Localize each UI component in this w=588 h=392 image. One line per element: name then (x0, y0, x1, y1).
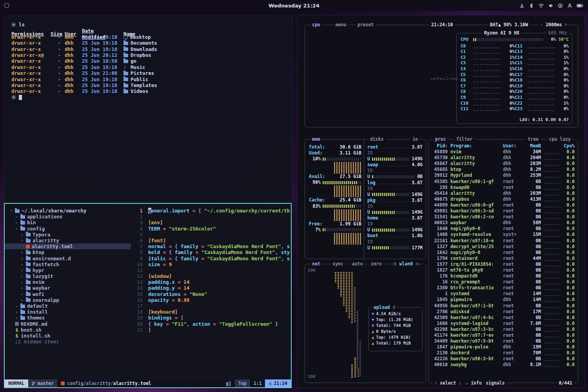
process-row[interactable]: 176kcompactd0root0B⣀⣀⣀⣀⣀⣀0.0 (432, 273, 575, 279)
process-row[interactable]: 2786udisksdroot17M⣀⣀⣀⣀⣀⣀0.0 (432, 309, 575, 315)
core-cell: C11⣀⣀⣀⣀⣀⣀⣀⣀⣀0% (461, 106, 515, 112)
tree-item-bin[interactable]: ▸bin (5, 220, 131, 225)
process-name: kworker/u97:5-bt (450, 338, 500, 344)
process-user: dhh (503, 220, 521, 226)
process-row[interactable]: 44889kworker/u96:0-gfroot0B⣀⣀⣀⣀⣀⣀0.0 (432, 202, 575, 208)
process-row[interactable]: 45667alacrittydhh203M⣀⣀⣀⣀⣀⣀0.0 (432, 161, 575, 167)
process-row[interactable]: 44956kworker/u97:1-btroot0B⣀⣀⣀⣀⣀⣀0.0 (432, 303, 575, 309)
proc-col-pid[interactable]: Pid: (432, 143, 448, 149)
process-row[interactable]: 1640napi/phy0-0root0B⣀⣀⣀⣀⣀⣀0.0 (432, 226, 575, 232)
core-percent: 1% (505, 60, 515, 66)
wifi-icon[interactable] (538, 3, 544, 8)
process-row[interactable]: 34409kworker/u97:5-btroot0B⣀⣀⣀⣀⣀⣀0.0 (432, 338, 575, 344)
process-row[interactable]: 1486systemd-resolvesyst+15M⣀⣀⣀⣀⣀⣀0.0 (432, 232, 575, 238)
process-row[interactable]: 2130dockerdroot70M⣀⣀⣀⣀⣀⣀0.0 (432, 350, 575, 356)
process-cpu: 0.0 (563, 344, 575, 350)
net-auto-option[interactable]: auto (350, 261, 365, 267)
process-row[interactable]: 1847pipewire-pulsedhh19M⣀⣀⣀⣀⣀⣀0.0 (432, 344, 575, 350)
proc-col-mem[interactable]: MemB (524, 143, 541, 149)
process-row[interactable]: 43091kworker/u96:3-sdroot0B⣀⣀⣀⣀⣀⣀0.0 (432, 208, 575, 214)
tree-item-xournalpp[interactable]: ▸xournalpp (5, 297, 131, 303)
shell-prompt-empty[interactable] (11, 95, 292, 100)
process-row[interactable]: 40013waybardhh58M⣀⣀⣀⣀⣀⣀0.0 (432, 220, 575, 226)
tree-item-install-sh[interactable]: $install.sh (5, 333, 131, 339)
process-row[interactable]: 45665btopdhh8.2M⣀⣀⣀⣀⣀⣀0.0 (432, 167, 575, 172)
proc-col-cpu[interactable]: Cpu% (563, 143, 575, 149)
net-zero-option[interactable]: zero (369, 261, 383, 267)
process-row[interactable]: 195kswapd0root0B⣀⣀⣀⣀⣀⣀0.0 (432, 185, 575, 191)
volume-icon[interactable] (548, 3, 554, 8)
tree-item--local-share-omarchy[interactable]: ▾~/.local/share/omarchy (5, 208, 131, 214)
proc-select[interactable]: select (440, 380, 456, 386)
tree-item-btop[interactable]: ▸btop (5, 249, 131, 255)
iface-prev[interactable]: ←b (391, 261, 397, 267)
iface-next[interactable]: n→ (416, 261, 421, 267)
proc-tree-toggle[interactable]: tree (526, 136, 540, 142)
process-row[interactable]: 40010swaybgdhh8.1M⣀⣀⣀⣀⣀⣀0.0 (432, 362, 575, 368)
process-row[interactable]: 1827mt76-tx phy0root0B⣀⣀⣀⣀⣀⣀0.0 (432, 267, 575, 273)
process-row[interactable]: 1380btrfs-transactioroot0B⣀⣀⣀⣀⣀⣀0.0 (432, 285, 575, 291)
proc-sort[interactable]: cpu lazy (548, 136, 572, 142)
tree-item-waybar[interactable]: ▸waybar (5, 285, 131, 291)
btop-window[interactable]: cpu menu preset 21:24:10 BAT▲ 98% 3.10W … (297, 15, 585, 388)
core-cell: C4⣀⣀⣀⣀⣀⣀⣀⣀⣀1% (461, 66, 515, 72)
process-row[interactable]: 16rcu_preemptroot0B⣀⣀⣀⣀⣀⣀0.0 (432, 279, 575, 285)
tree-item-boot-sh[interactable]: $boot.sh (5, 327, 131, 333)
tree-item-typora[interactable]: ▸Typora (5, 232, 131, 238)
tree-item-config[interactable]: ▾config (5, 226, 131, 232)
tree-item-install[interactable]: ▸install (5, 309, 131, 315)
code-token: key (154, 321, 163, 327)
process-row[interactable]: 41174kworker/u97:7-evroot0B⣀⣀⣀⣀⣀⣀0.0 (432, 332, 575, 338)
terminal-window[interactable]: ls PermissionsSizeUserDate ModifiedName … (4, 16, 292, 202)
tree-item-lazygit[interactable]: ▸lazygit (5, 273, 131, 279)
tree-item-alacritty[interactable]: ▾alacritty (5, 238, 131, 243)
process-row[interactable]: 45889nvimdhh36M⣀⣀⣀⣀⣀⣀0.0 (432, 149, 575, 155)
process-row[interactable]: 42309kworker/u97:4-kcroot0B⣀⣀⣀⣀⣀⣀0.0 (432, 315, 575, 321)
tree-item-nvim[interactable]: ▸nvim (5, 279, 131, 285)
process-row[interactable]: 42226kworker/u98:3-btroot0B⣀⣀⣀⣀⣀⣀0.0 (432, 356, 575, 362)
tree-item-hypr[interactable]: ▸hypr (5, 267, 131, 273)
process-row[interactable]: 1845pipewiredhh14M⣀⣀⣀⣀⣀⣀0.0 (432, 297, 575, 303)
proc-filter[interactable]: filter (455, 136, 474, 142)
interval-plus[interactable]: + (564, 22, 567, 27)
process-row[interactable]: 1577irq/81-PIXA3854:root0B⣀⣀⣀⣀⣀⣀0.0 (432, 261, 575, 267)
process-row[interactable]: 1systemdroot14M⣀⣀⣀⣀⣀⣀0.0 (432, 291, 575, 297)
menu-button[interactable]: menu (334, 22, 348, 27)
process-row[interactable]: 40075dropboxdhh413M⣀⣀⣀⣀⣀⣀0.0 (432, 196, 575, 202)
process-row[interactable]: 39912Hyprlanddhh253M⣀⣀⣀⣀⣀⣀0.0 (432, 172, 575, 178)
preset-button[interactable]: preset (356, 22, 376, 27)
proc-signals[interactable]: signals (486, 380, 505, 386)
process-row[interactable]: 22161kworker/u97:10-eroot0B⣀⣀⣀⣀⣀⣀0.0 (432, 238, 575, 244)
record-icon[interactable] (558, 3, 563, 8)
interval-minus[interactable]: - (540, 22, 543, 27)
code-editor[interactable]: 1general.import = [ "~/.config/omarchy/c… (131, 204, 291, 379)
proc-info[interactable]: info (471, 380, 482, 386)
tree-item-environment-d[interactable]: ▸environment.d (5, 256, 131, 261)
launcher-icon[interactable] (4, 3, 9, 8)
tree-item-fastfetch[interactable]: ▸fastfetch (5, 261, 131, 267)
proc-col-program[interactable]: Program: (450, 143, 500, 149)
tree-item-themes[interactable]: ▸themes (5, 315, 131, 321)
tree-item-wofi[interactable]: ▸wofi (5, 291, 131, 297)
proc-col-user[interactable]: User: (503, 143, 521, 149)
battery-icon[interactable] (577, 4, 583, 8)
process-row[interactable]: 45305kworker/u96:1-gfroot0B⣀⣀⣀⣀⣀⣀0.0 (432, 179, 575, 185)
process-row[interactable]: 1686systemd-logindroot7.6M⣀⣀⣀⣀⣀⣀0.0 (432, 321, 575, 327)
process-row[interactable]: 42208kworker/u97:3-kcroot0B⣀⣀⣀⣀⣀⣀0.0 (432, 327, 575, 332)
user-icon[interactable] (567, 3, 572, 8)
code-token: family (181, 256, 198, 261)
process-row[interactable]: 45730alacrittydhh204M⣀⣀⣀⣀⣀⣀0.0 (432, 155, 575, 161)
tree-item-readme-md[interactable]: README.md (5, 321, 131, 327)
tree-item-default[interactable]: ▸default (5, 303, 131, 309)
editor-window[interactable]: ▾~/.local/share/omarchy▸applications▸bin… (4, 203, 292, 388)
tree-item-applications[interactable]: ▸applications (5, 214, 131, 220)
process-row[interactable]: 1327dmcrypt_write/25root0B⣀⣀⣀⣀⣀⣀0.0 (432, 244, 575, 250)
tree-item-alacritty-toml[interactable]: alacritty.toml (5, 243, 131, 249)
download-icon[interactable] (519, 3, 524, 8)
process-row[interactable]: 1642napi/phy0-0root0B⣀⣀⣀⣀⣀⣀0.0 (432, 250, 575, 256)
process-row[interactable]: 1794containerdroot44M⣀⣀⣀⣀⣀⣀0.0 (432, 256, 575, 261)
net-sync-option[interactable]: sync (331, 261, 345, 267)
process-row[interactable]: 31541kworker/u96:2-coroot0B⣀⣀⣀⣀⣀⣀0.0 (432, 214, 575, 220)
process-row[interactable]: 45414alacrittydhh203M⣀⣀⣀⣀⣀⣀0.0 (432, 191, 575, 196)
bluetooth-icon[interactable] (529, 3, 534, 8)
